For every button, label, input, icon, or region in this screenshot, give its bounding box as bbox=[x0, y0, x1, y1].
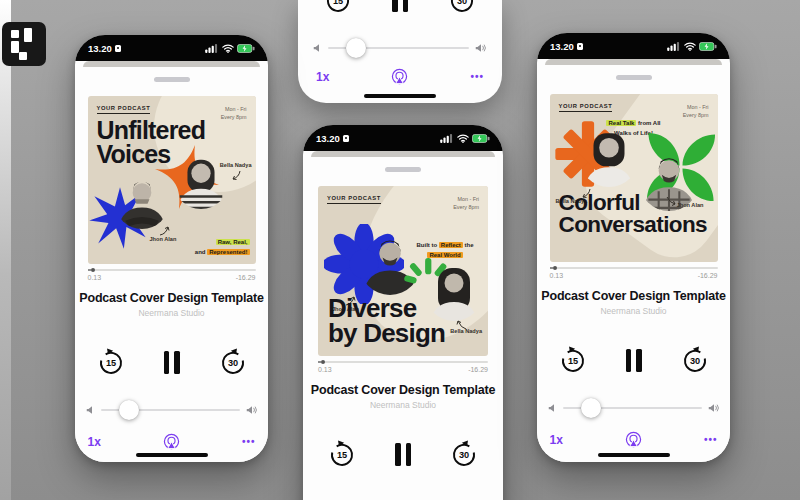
show-author: Neermana Studio bbox=[370, 400, 436, 410]
volume-row bbox=[313, 38, 487, 58]
status-time: 13.20 bbox=[316, 133, 349, 144]
cover-title: ColorfulConversations bbox=[559, 192, 708, 236]
volume-knob[interactable] bbox=[581, 398, 601, 418]
skip-forward-30-button[interactable]: 30 bbox=[681, 346, 709, 374]
volume-min-icon bbox=[313, 43, 322, 53]
host-photo-jhon bbox=[114, 174, 170, 230]
volume-row bbox=[548, 398, 720, 418]
progress-bar[interactable] bbox=[318, 360, 488, 364]
logo-pixel bbox=[11, 41, 19, 53]
player-sheet: YOUR PODCAST Mon - FriEvery 8pm bbox=[303, 157, 503, 500]
more-options-button[interactable]: ••• bbox=[242, 436, 256, 447]
host-name-label: Jhon Alan bbox=[150, 236, 177, 242]
skip-forward-30-button[interactable]: 30 bbox=[450, 440, 478, 468]
pause-button[interactable] bbox=[164, 351, 180, 374]
remaining-time: -16.29 bbox=[236, 274, 256, 281]
wifi-icon bbox=[684, 42, 696, 51]
airplay-audio-icon[interactable] bbox=[391, 68, 408, 85]
svg-text:15: 15 bbox=[105, 358, 115, 368]
svg-text:30: 30 bbox=[459, 450, 469, 460]
status-bar: 13.20 bbox=[537, 33, 730, 59]
skip-back-15-button[interactable]: 15 bbox=[559, 346, 587, 374]
episode-title: Podcast Cover Design Template bbox=[541, 289, 725, 303]
volume-max-icon bbox=[246, 405, 258, 415]
pause-button[interactable] bbox=[626, 349, 642, 372]
playback-speed-button[interactable]: 1x bbox=[88, 435, 101, 449]
wifi-icon bbox=[222, 44, 234, 53]
remaining-time: -16.29 bbox=[468, 366, 488, 373]
sheet-grabber[interactable] bbox=[154, 77, 190, 82]
skip-forward-30-button[interactable]: 30 bbox=[448, 0, 476, 14]
playback-speed-button[interactable]: 1x bbox=[316, 70, 329, 84]
skip-back-15-button[interactable]: 15 bbox=[97, 348, 125, 376]
status-time: 13.20 bbox=[88, 43, 121, 54]
status-time: 13.20 bbox=[550, 41, 583, 52]
label-arrow bbox=[158, 224, 170, 236]
phone-screen-partial: 15 30 1x ••• bbox=[298, 0, 502, 103]
status-lock-icon bbox=[577, 43, 583, 50]
presentation-canvas: 15 30 1x ••• bbox=[0, 0, 800, 500]
volume-row bbox=[86, 400, 258, 420]
skip-forward-30-button[interactable]: 30 bbox=[219, 348, 247, 376]
volume-slider[interactable] bbox=[101, 400, 240, 420]
playback-controls: 15 30 bbox=[97, 348, 247, 376]
cover-schedule: Mon - FriEvery 8pm bbox=[453, 195, 479, 212]
secondary-controls: 1x ••• bbox=[550, 431, 718, 448]
skip-back-15-button[interactable]: 15 bbox=[324, 0, 352, 14]
pause-button[interactable] bbox=[395, 443, 411, 466]
more-options-button[interactable]: ••• bbox=[470, 71, 484, 82]
playback-controls: 15 30 bbox=[328, 440, 478, 468]
airplay-audio-icon[interactable] bbox=[163, 433, 180, 450]
sheet-grabber[interactable] bbox=[616, 75, 652, 80]
home-indicator[interactable] bbox=[364, 94, 436, 99]
cover-art-colorful: YOUR PODCAST Mon - FriEvery 8pm Real Tal… bbox=[550, 94, 718, 262]
elapsed-time: 0.13 bbox=[318, 366, 332, 373]
volume-min-icon bbox=[86, 405, 95, 415]
background-light-strip bbox=[0, 0, 11, 500]
home-indicator[interactable] bbox=[598, 453, 670, 458]
cover-kicker: YOUR PODCAST bbox=[327, 195, 381, 204]
phone-mockup-unfiltered: 13.20 YOUR PODCAST Mon - FriEvery 8pm Un… bbox=[75, 35, 268, 462]
skip-back-15-button[interactable]: 15 bbox=[328, 440, 356, 468]
secondary-controls: 1x ••• bbox=[88, 433, 256, 450]
airplay-audio-icon[interactable] bbox=[625, 431, 642, 448]
svg-text:15: 15 bbox=[337, 450, 347, 460]
volume-max-icon bbox=[708, 403, 720, 413]
cellular-signal-icon bbox=[440, 134, 453, 143]
svg-text:30: 30 bbox=[227, 358, 237, 368]
show-author: Neermana Studio bbox=[138, 308, 204, 318]
cellular-signal-icon bbox=[205, 44, 218, 53]
pause-button[interactable] bbox=[392, 0, 408, 12]
volume-knob[interactable] bbox=[346, 38, 366, 58]
studio-logo bbox=[2, 22, 46, 66]
host-name-label: Bella Nadya bbox=[220, 162, 252, 168]
volume-max-icon bbox=[475, 43, 487, 53]
status-lock-icon bbox=[343, 135, 349, 142]
battery-charging-icon bbox=[699, 42, 717, 51]
cover-kicker: YOUR PODCAST bbox=[97, 105, 151, 114]
host-photo-bella bbox=[172, 152, 230, 210]
cellular-signal-icon bbox=[667, 42, 680, 51]
phone-mockup-diverse: 13.20 YOUR PODCAST Mon - FriEvery 8pm bbox=[303, 125, 503, 500]
secondary-controls: 1x ••• bbox=[316, 68, 484, 85]
more-options-button[interactable]: ••• bbox=[704, 434, 718, 445]
status-bar: 13.20 bbox=[303, 125, 503, 151]
progress-bar[interactable] bbox=[550, 266, 718, 270]
elapsed-time: 0.13 bbox=[88, 274, 102, 281]
home-indicator[interactable] bbox=[136, 453, 208, 458]
volume-knob[interactable] bbox=[119, 400, 139, 420]
volume-slider[interactable] bbox=[563, 398, 702, 418]
battery-charging-icon bbox=[472, 134, 490, 143]
logo-pixel bbox=[24, 28, 32, 42]
progress-bar[interactable] bbox=[88, 268, 256, 272]
volume-slider[interactable] bbox=[328, 38, 469, 58]
sheet-grabber[interactable] bbox=[385, 167, 421, 172]
cover-kicker: YOUR PODCAST bbox=[559, 103, 613, 112]
cover-art-diverse: YOUR PODCAST Mon - FriEvery 8pm bbox=[318, 186, 488, 356]
playback-speed-button[interactable]: 1x bbox=[550, 433, 563, 447]
svg-text:30: 30 bbox=[457, 0, 467, 6]
svg-text:30: 30 bbox=[689, 356, 699, 366]
player-sheet: YOUR PODCAST Mon - FriEvery 8pm Unfilter… bbox=[75, 67, 268, 462]
player-sheet: YOUR PODCAST Mon - FriEvery 8pm Real Tal… bbox=[537, 65, 730, 462]
remaining-time: -16.29 bbox=[698, 272, 718, 279]
